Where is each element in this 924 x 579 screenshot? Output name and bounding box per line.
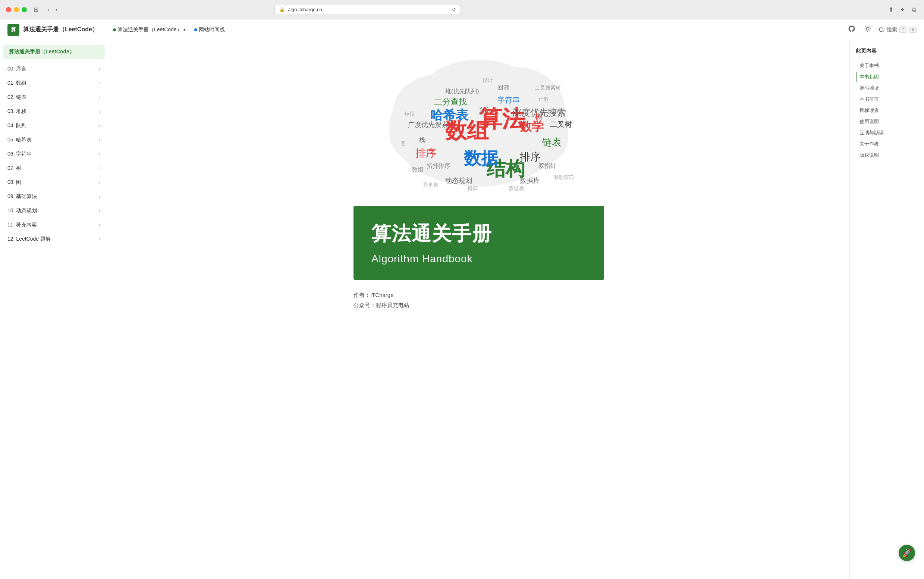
- svg-text:并查集: 并查集: [423, 182, 439, 188]
- sidebar-item-s11[interactable]: 11. 补充内容 ›: [2, 218, 106, 232]
- sidebar-toggle-button[interactable]: ⊞: [31, 5, 41, 14]
- svg-text:二叉树: 二叉树: [550, 120, 572, 128]
- sidebar-item-label: 02. 链表: [7, 94, 26, 101]
- sidebar-item-s06[interactable]: 06. 字符串 ›: [2, 147, 106, 161]
- back-button[interactable]: ‹: [45, 6, 51, 14]
- svg-line-3: [865, 26, 866, 27]
- browser-chrome: ⊞ ‹ › 🔒 algo.itcharge.cn ↺ ⬆ + ⧉: [0, 0, 924, 20]
- word-cloud-svg: 数组 结构 数据 算法 哈希表 数学 排序 排序 链表 深度优先搜索 二分查找 …: [371, 52, 587, 194]
- sidebar-item-label: 07. 树: [7, 165, 21, 172]
- sidebar-item-label: 01. 数组: [7, 80, 26, 87]
- chevron-right-icon: ›: [99, 95, 100, 100]
- chevron-right-icon: ›: [99, 66, 100, 72]
- sidebar-item-s03[interactable]: 03. 堆栈 ›: [2, 105, 106, 119]
- sidebar-item-label: 10. 动态规划: [7, 208, 37, 214]
- github-button[interactable]: [846, 23, 857, 36]
- sun-icon: [864, 25, 871, 32]
- toc-title: 此页内容: [856, 48, 918, 54]
- toc-item-license[interactable]: 版权说明: [856, 150, 918, 160]
- tab-overview-button[interactable]: ⧉: [909, 6, 918, 14]
- svg-text:广度优先搜索: 广度优先搜索: [408, 121, 448, 128]
- sidebar-header[interactable]: 算法通关手册（LeetCode）: [3, 45, 105, 59]
- nav-dot-green: [113, 28, 116, 31]
- chevron-down-icon: ▾: [183, 28, 185, 32]
- chevron-right-icon: ›: [99, 194, 100, 199]
- fullscreen-button[interactable]: [22, 7, 27, 12]
- sidebar-item-s07[interactable]: 07. 树 ›: [2, 161, 106, 175]
- sidebar-item-label: 06. 字符串: [7, 151, 32, 157]
- toc-item-about[interactable]: 关于本书: [856, 61, 918, 71]
- chevron-right-icon: ›: [99, 80, 100, 86]
- toc-item-origin[interactable]: 本书起因: [856, 72, 918, 82]
- svg-line-8: [869, 26, 870, 27]
- toc-item-usage[interactable]: 使用说明: [856, 116, 918, 127]
- sidebar-item-label: 00. 序言: [7, 65, 26, 72]
- sidebar-item-s12[interactable]: 12. LeetCode 题解 ›: [2, 232, 106, 246]
- svg-text:博弈: 博弈: [468, 185, 478, 191]
- theme-toggle-button[interactable]: [863, 24, 873, 36]
- sidebar-item-s10[interactable]: 10. 动态规划 ›: [2, 204, 106, 218]
- svg-text:模拟: 模拟: [404, 111, 415, 117]
- new-tab-button[interactable]: +: [899, 6, 906, 14]
- nav-item-handbook[interactable]: 算法通关手册（LeetCode） ▾: [113, 26, 185, 33]
- toc-item-source[interactable]: 源码地址: [856, 83, 918, 93]
- address-bar[interactable]: 🔒 algo.itcharge.cn ↺: [274, 5, 461, 14]
- minimize-button[interactable]: [14, 7, 19, 12]
- chevron-right-icon: ›: [99, 237, 100, 242]
- wechat-line: 公众号：程序员充电站: [354, 302, 604, 309]
- svg-text:哈希表: 哈希表: [430, 108, 469, 122]
- book-title-en: Algorithm Handbook: [371, 253, 586, 265]
- svg-text:拓扑排序: 拓扑排序: [426, 163, 451, 169]
- reload-icon[interactable]: ↺: [452, 7, 456, 12]
- search-icon: [878, 27, 885, 33]
- svg-text:双链表: 双链表: [509, 185, 524, 191]
- sidebar-item-s08[interactable]: 08. 图 ›: [2, 175, 106, 190]
- kbd-ctrl: ⌃: [900, 26, 907, 33]
- chevron-right-icon: ›: [99, 109, 100, 114]
- svg-text:链表: 链表: [542, 137, 562, 148]
- svg-text:字符串: 字符串: [498, 96, 520, 104]
- sidebar-item-s01[interactable]: 01. 数组 ›: [2, 76, 106, 90]
- search-label: 搜索: [887, 26, 897, 33]
- svg-text:动态规划: 动态规划: [445, 177, 472, 184]
- svg-line-7: [865, 31, 866, 31]
- toc-item-author[interactable]: 关于作者: [856, 139, 918, 149]
- svg-text:排序: 排序: [520, 151, 541, 163]
- lock-icon: 🔒: [279, 7, 285, 12]
- forward-button[interactable]: ›: [53, 6, 59, 14]
- close-button[interactable]: [6, 7, 11, 12]
- sidebar-item-s04[interactable]: 04. 队列 ›: [2, 119, 106, 133]
- search-button[interactable]: 搜索 ⌃ K: [878, 26, 917, 33]
- svg-text:堆(优先队列): 堆(优先队列): [445, 88, 479, 94]
- sidebar-item-label: 03. 堆栈: [7, 108, 26, 115]
- toc-item-contribute[interactable]: 互助与勘误: [856, 128, 918, 138]
- svg-text:树: 树: [535, 112, 543, 121]
- logo-icon: 算: [7, 24, 20, 36]
- chevron-right-icon: ›: [99, 222, 100, 227]
- svg-text:双指针: 双指针: [539, 163, 556, 169]
- sidebar-item-s00[interactable]: 00. 序言 ›: [2, 62, 106, 76]
- svg-text:计数: 计数: [539, 96, 549, 102]
- nav-handbook-label: 算法通关手册（LeetCode）: [118, 26, 182, 33]
- svg-text:位运算: 位运算: [548, 107, 563, 113]
- chevron-right-icon: ›: [99, 137, 100, 142]
- svg-text:二叉搜索树: 二叉搜索树: [535, 85, 561, 91]
- chevron-right-icon: ›: [99, 208, 100, 213]
- app-logo[interactable]: 算 算法通关手册（LeetCode）: [7, 24, 98, 36]
- right-panel: 此页内容 关于本书 本书起因 源码地址 本书前言 目标读者 使用说明 互助与勘误…: [849, 40, 924, 579]
- author-section: 作者：ITCharge 公众号：程序员充电站: [354, 292, 604, 318]
- sidebar-item-s05[interactable]: 05. 哈希表 ›: [2, 133, 106, 147]
- share-button[interactable]: ⬆: [886, 5, 896, 14]
- sidebar-item-s02[interactable]: 02. 链表 ›: [2, 90, 106, 105]
- site-title: 算法通关手册（LeetCode）: [23, 26, 98, 34]
- sidebar-item-label: 08. 图: [7, 179, 21, 186]
- svg-line-4: [869, 31, 870, 31]
- nav-item-timeline[interactable]: 网站时间线: [194, 26, 225, 33]
- scroll-to-top-button[interactable]: 🚀: [899, 545, 915, 561]
- svg-line-10: [883, 31, 884, 32]
- chevron-right-icon: ›: [99, 166, 100, 171]
- sidebar-item-s09[interactable]: 09. 基础算法 ›: [2, 190, 106, 204]
- toc-item-preface[interactable]: 本书前言: [856, 94, 918, 105]
- toc-item-audience[interactable]: 目标读者: [856, 105, 918, 116]
- nav-timeline-label: 网站时间线: [199, 26, 225, 33]
